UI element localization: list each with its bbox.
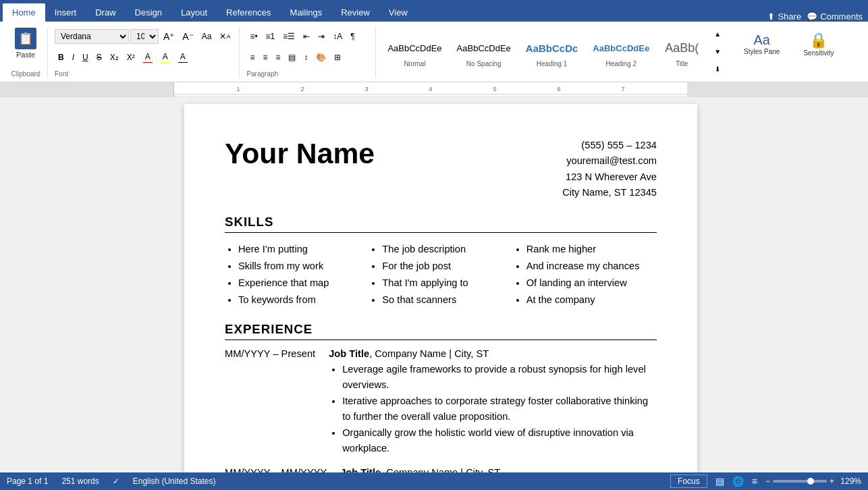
- svg-text:4: 4: [429, 86, 432, 92]
- tab-draw[interactable]: Draw: [86, 3, 125, 22]
- print-layout-button[interactable]: ▤: [713, 474, 727, 488]
- skill-item: Of landing an interview: [526, 275, 657, 292]
- shrink-font-button[interactable]: A⁻: [179, 29, 196, 44]
- font-group-label: Font: [55, 70, 68, 78]
- document-scroll-area[interactable]: Your Name (555) 555 – 1234 youremail@tes…: [13, 97, 868, 472]
- italic-button[interactable]: I: [69, 50, 78, 65]
- paste-icon: 📋: [15, 28, 36, 49]
- shading-para-button[interactable]: 🎨: [313, 50, 329, 65]
- job-bullet: Iterative approaches to corporate strate…: [342, 393, 657, 425]
- skill-item: The job description: [382, 241, 512, 258]
- job-2-title: Job Title: [340, 467, 381, 472]
- sensitivity-button[interactable]: 🔒 Sensitivity: [798, 29, 839, 59]
- justify-button[interactable]: ▤: [285, 50, 299, 65]
- svg-text:2: 2: [300, 86, 304, 92]
- tab-mailings[interactable]: Mailings: [281, 3, 332, 22]
- status-bar: Page 1 of 1 251 words ✓ English (United …: [0, 472, 868, 490]
- paste-button[interactable]: 📋 Paste: [9, 26, 42, 60]
- style-heading2[interactable]: AaBbCcDdEe Heading 2: [587, 34, 655, 70]
- tab-design[interactable]: Design: [126, 3, 171, 22]
- language[interactable]: English (United States): [133, 477, 216, 486]
- numbering-button[interactable]: ≡1: [263, 29, 279, 44]
- sensitivity-icon: 🔒: [809, 32, 828, 49]
- bullets-button[interactable]: ≡•: [246, 29, 261, 44]
- styles-down-arrow[interactable]: ▼: [711, 45, 724, 59]
- style-no-spacing[interactable]: AaBbCcDdEe No Spacing: [451, 34, 517, 70]
- grow-font-button[interactable]: A⁺: [160, 29, 178, 44]
- pilcrow-button[interactable]: ¶: [347, 29, 358, 44]
- ruler: 1 2 3 4 5 6 7: [0, 82, 868, 97]
- text-highlight-button[interactable]: A: [157, 50, 173, 65]
- proofing-icon[interactable]: ✓: [113, 477, 119, 486]
- skill-item: So that scanners: [382, 292, 512, 308]
- comments-icon: 💬: [807, 11, 817, 22]
- strikethrough-button[interactable]: S: [93, 50, 105, 65]
- para-row-1: ≡• ≡1 ≡☰ ⇤ ⇥ ↕A ¶: [246, 29, 358, 44]
- zoom-level[interactable]: 129%: [837, 477, 861, 486]
- superscript-button[interactable]: X²: [124, 50, 138, 65]
- font-color-button[interactable]: A: [140, 50, 156, 65]
- style-heading1[interactable]: AaBbCcDc Heading 1: [520, 34, 585, 70]
- status-right: Focus ▤ 🌐 ≡ − + 129%: [670, 474, 861, 488]
- focus-button[interactable]: Focus: [670, 474, 707, 488]
- decrease-indent-button[interactable]: ⇤: [300, 29, 313, 44]
- svg-text:6: 6: [557, 86, 560, 92]
- style-normal[interactable]: AaBbCcDdEe Normal: [381, 34, 447, 70]
- tab-insert[interactable]: Insert: [45, 3, 86, 22]
- tab-home[interactable]: Home: [3, 3, 45, 22]
- font-row-1: Verdana 10 A⁺ A⁻ Aa ✕A: [55, 29, 234, 44]
- tab-review[interactable]: Review: [331, 3, 379, 22]
- web-layout-button[interactable]: 🌐: [730, 474, 747, 488]
- ruler-right-margin: [687, 82, 868, 97]
- styles-up-arrow[interactable]: ▲: [711, 27, 724, 42]
- skill-item: Rank me higher: [526, 241, 657, 258]
- tab-references[interactable]: References: [217, 3, 280, 22]
- styles-pane-group: Aa Styles Pane: [732, 26, 791, 78]
- zoom-in-button[interactable]: +: [830, 477, 834, 486]
- increase-indent-button[interactable]: ⇥: [315, 29, 328, 44]
- skill-item: For the job post: [382, 258, 512, 275]
- sort-button[interactable]: ↕A: [329, 29, 346, 44]
- view-buttons: ▤ 🌐 ≡: [713, 474, 760, 488]
- para-row-2: ≡ ≡ ≡ ▤ ↕ 🎨 ⊞: [246, 50, 344, 65]
- clipboard-label: Clipboard: [11, 70, 40, 78]
- share-button[interactable]: ⬆ Share: [767, 11, 801, 22]
- borders-button[interactable]: ⊞: [331, 50, 344, 65]
- underline-button[interactable]: U: [79, 50, 92, 65]
- clear-format-button[interactable]: ✕A: [216, 29, 234, 44]
- multilevel-button[interactable]: ≡☰: [279, 29, 298, 44]
- align-right-button[interactable]: ≡: [272, 50, 283, 65]
- left-sidebar: [0, 97, 13, 472]
- styles-more-arrow[interactable]: ⬇: [711, 62, 724, 77]
- zoom-out-button[interactable]: −: [765, 477, 770, 486]
- style-title[interactable]: AaBb( Title: [658, 34, 705, 70]
- style-normal-preview: AaBbCcDdEe: [387, 36, 441, 60]
- experience-heading: EXPERIENCE: [225, 322, 657, 340]
- styles-pane-button[interactable]: Aa Styles Pane: [738, 29, 786, 59]
- paragraph-group: ≡• ≡1 ≡☰ ⇤ ⇥ ↕A ¶ ≡ ≡ ≡ ▤ ↕ 🎨 ⊞ Paragrap…: [241, 26, 376, 78]
- skills-heading: SKILLS: [225, 215, 657, 233]
- job-2-title-line: Job Title, Company Name | City, ST: [340, 467, 657, 472]
- comments-button[interactable]: 💬 Comments: [807, 11, 863, 22]
- contact-email: youremail@test.com: [562, 153, 657, 169]
- outline-button[interactable]: ≡: [749, 474, 760, 488]
- svg-text:7: 7: [621, 86, 624, 92]
- shading-button[interactable]: A: [175, 50, 191, 65]
- zoom-slider[interactable]: [773, 480, 827, 483]
- change-case-button[interactable]: Aa: [198, 29, 215, 44]
- subscript-button[interactable]: X₂: [107, 50, 122, 65]
- page-count: Page 1 of 1: [7, 477, 48, 486]
- align-left-button[interactable]: ≡: [246, 50, 258, 65]
- job-1-bullets: Leverage agile frameworks to provide a r…: [329, 362, 657, 457]
- paste-label: Paste: [16, 51, 35, 59]
- align-center-button[interactable]: ≡: [259, 50, 271, 65]
- font-family-select[interactable]: Verdana: [55, 29, 129, 44]
- skills-list-3: Rank me higher And increase my chances O…: [513, 241, 657, 308]
- tab-view[interactable]: View: [379, 3, 417, 22]
- font-size-select[interactable]: 10: [130, 29, 159, 44]
- svg-text:3: 3: [364, 86, 368, 92]
- job-2-details: Job Title, Company Name | City, ST Lever…: [340, 467, 657, 472]
- line-spacing-button[interactable]: ↕: [300, 50, 311, 65]
- bold-button[interactable]: B: [55, 50, 67, 65]
- tab-layout[interactable]: Layout: [171, 3, 217, 22]
